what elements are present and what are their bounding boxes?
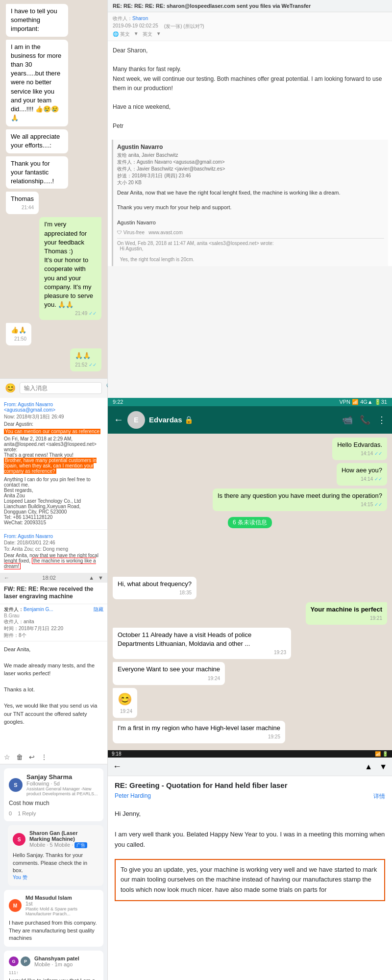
post-actions-sanjay: 0 1 Reply [9,810,98,816]
bubble-text: Hello Edvardas. [337,441,382,448]
gmail-status-bar: 9:18 📶 🔋 [108,750,392,758]
gmail-back[interactable]: ← [113,761,122,772]
from-name: Benjamin G... [24,607,53,612]
lang-row: 🌐 英文 ▼ 英文 ▼ [113,31,387,38]
post-header-ghanshyam: G P Ghanshyam patel Mobile · 1m ago [9,956,98,967]
wechat-left-panel: I have to tell you something important: … [0,0,108,398]
social-left-panel: ☆ 🗑 ↩ ⋮ S Sanjay Sharma Following · 5d A… [0,750,108,980]
gmail-time: 9:18 [112,751,121,757]
gmail-from-name[interactable]: Peter Harding [115,792,151,799]
agustin-email-snippet: From: Agustin Navarro <agususa@gmail.com… [0,398,107,530]
lang-label: 🌐 英文 [113,31,130,38]
vpn-label: VPN [339,399,350,405]
signal-label: 4G▲ [360,399,373,405]
check-icon: ✓✓ [374,502,382,507]
back-arrow[interactable]: ← [4,575,9,581]
msg-row-reply: I'm very appreciated for your feedback T… [6,217,101,320]
bubble-thomas-1: I have to tell you something important: [6,4,68,37]
social-post-ghanshyam: G P Ghanshyam patel Mobile · 1m ago 111↑… [4,951,103,980]
date-row: 时间：2018年7月1日 22:20 [4,625,103,632]
more-icon[interactable]: ⋮ [41,753,48,761]
agustin-email-2: From: Agustin Navarro Date: 2018/03/01 2… [0,530,107,573]
down-arrow[interactable]: ▼ [98,575,103,581]
bubble-text: I'm a first in my region who have High-l… [118,724,280,732]
msg-row-5: Thomas 21:44 [6,192,101,214]
post-toolbar: ☆ 🗑 ↩ ⋮ [0,750,107,764]
gmail-nav-bar: ← ▲ ▼ [108,758,392,776]
time-label: 5d [54,781,60,786]
you-like: You 赞 [13,874,98,881]
highlight-dream: the machine is working like a dream! [4,558,96,569]
up-arrow[interactable]: ▲ [89,575,94,581]
translate-icon: 🌐 [113,31,119,37]
agustin-from: From: Agustin Navarro <agususa@gmail.com… [4,402,103,413]
post-info-ghanshyam: Ghanshyam patel Mobile · 1m ago [34,956,79,967]
reply-count: (发一张) (所以对?) [164,23,204,30]
email-greeting: Dear Sharon, [113,46,387,55]
time-val: 19:24 [208,676,220,681]
agustin2-from: From: Agustin Navarro [4,534,103,539]
video-call-icon[interactable]: 📹 [342,415,353,425]
email-closing: Have a nice weekend, [113,102,387,112]
msg-row-4: Thank you for your fantastic relationshi… [6,156,101,189]
lang-to: 英文 [143,31,152,38]
post-followers: 111↑ [9,970,98,975]
highlight-you-can: You can mention our company as reference [4,429,100,434]
email-time-display: 18:02 [42,575,56,581]
gmail-down[interactable]: ▼ [379,762,387,771]
nav-arrows: ▲ ▼ [89,575,103,581]
menu-icon[interactable]: ⋮ [377,415,386,425]
bubble-time-emoji2: 21:52 ✓✓ [75,362,97,368]
avatar-g1: G [9,956,19,966]
bubble-text: I have to tell you something important: [11,7,57,32]
wa-msg-frequency: Hi, what about frequency? 18:35 [113,577,387,599]
emoji-btn[interactable]: 😊 [5,383,16,393]
agustin-para: On Fri, Mar 2, 2018 at 2:29 AM, anita@lo… [4,436,103,474]
gmail-detail-link[interactable]: 详情 [373,792,385,801]
check-icon: ✓✓ [374,476,382,482]
post-header-masudul: M Md Masudul Islam 1st Plastic Mold & Sp… [9,895,98,916]
email-date-line: 2019-09-19 02:02:25 (发一张) (所以对?) [113,23,387,30]
virus-free: 🛡 Virus-free www.avast.com [117,230,384,235]
time-val: 18:35 [179,590,192,595]
agustin2-date: Date: 2018/03/01 22:46 [4,540,103,545]
check-icon: ✓✓ [374,451,382,456]
post-role-masudul: Plastic Mold & Spare parts Manufacturer … [25,906,98,916]
gmail-up[interactable]: ▲ [365,762,372,771]
message-input[interactable] [20,382,102,394]
bubble-emoji-2: 🙏🙏 21:52 ✓✓ [70,348,101,371]
bubble-time: 14:14 ✓✓ [342,476,382,483]
wa-msg-everyone: Everyone Want to see your machine 19:24 [113,662,387,685]
star-icon[interactable]: ☆ [4,753,10,761]
likes-sanjay: 0 [9,810,12,816]
agustin2-body: Dear Anita, now that we have the right f… [4,553,103,569]
hide-link[interactable]: 隐藏 [94,606,103,613]
bubble-time-thomas: 21:44 [11,204,34,211]
bubble-emoji-smile: 😊 19:24 [113,688,137,718]
delete-icon[interactable]: 🗑 [16,753,23,761]
whatsapp-edvardas-panel: 9:22 VPN 📶 4G▲ 🔋31 ← E Edvardas 🔒 📹 📞 ⋮ [108,398,392,573]
email-signature: Petr [113,122,387,131]
platform-label: Mobile [34,961,50,967]
bubble-everyone: Everyone Want to see your machine 19:24 [113,662,225,685]
bubble-question: Is there any question you have meet duri… [213,489,387,511]
bubble-time-emoji1: 21:50 [11,336,26,343]
phone-icon[interactable]: 📞 [360,415,370,425]
gmail-greeting: Hi Jenny, [115,809,385,819]
email-body-left: Dear Anita, We made already many tests, … [0,641,107,730]
email-top-bar: RE: RE: RE: RE: RE: sharon@lospeedlaser.… [108,0,392,12]
wa-messages-area: Hello Edvardas. 14:14 ✓✓ How aee you? 14… [108,434,392,573]
unread-badge: 6 条未读信息 [228,517,272,528]
wa-messages-continued: Hi, what about frequency? 18:35 Your mac… [108,573,392,751]
post-text-ghanshyam: I would like to inform you that I am a c… [9,977,98,980]
wa-msg-hello: Hello Edvardas. 14:14 ✓✓ [113,438,387,460]
back-button[interactable]: ← [114,414,123,425]
following-label: Following [26,781,49,786]
msg-row-1: I have to tell you something important: [6,4,101,37]
lang-from: 英文 [120,31,130,37]
from-detail-val: B.Grau [4,613,20,618]
email-body-para1: We made already many tests, and the lase… [4,662,103,678]
reply-icon[interactable]: ↩ [29,753,35,761]
contact-name: Edvardas 🔒 [149,416,338,424]
email-body-greeting: Dear Anita, [4,645,103,654]
